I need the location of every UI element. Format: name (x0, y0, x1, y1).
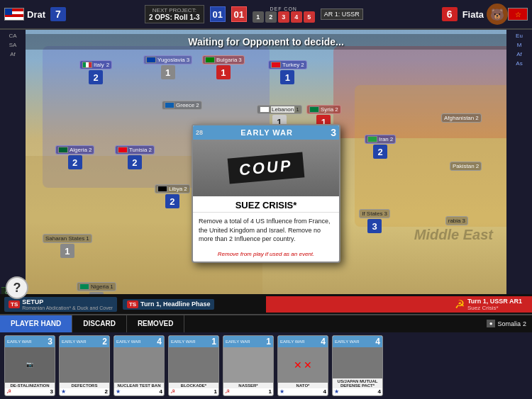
right-sidebar: Eu M Af As (506, 30, 532, 306)
event-label: Suez Crisis* (467, 305, 522, 311)
influence-saharan: 1 (60, 244, 74, 258)
influence-algeria: 2 (68, 155, 82, 169)
country-algeria[interactable]: Algeria 2 2 (55, 145, 94, 169)
country-afghanistan[interactable]: Afghanistan 2 (441, 113, 482, 123)
stability-syria: 2 (335, 106, 338, 113)
defcon-numbers: 1 2 3 4 5 (253, 11, 315, 23)
cards-area[interactable]: EARLY WAR 3 📷 DE-STALINIZATION ☭ 3 EARLY… (0, 332, 532, 399)
card-de-stalinization[interactable]: EARLY WAR 3 📷 DE-STALINIZATION ☭ 3 (4, 335, 55, 396)
sidebar-right-af[interactable]: Af (516, 51, 522, 57)
country-gulf-states[interactable]: If States 3 3 (359, 209, 390, 233)
stability-greece: 2 (196, 102, 199, 108)
card-popup[interactable]: 28 EARLY WAR 3 COUP SUEZ CRISIS* Remove … (192, 124, 340, 263)
card-mini-image-2 (60, 347, 109, 383)
card-mini-header-1: EARLY WAR 3 (5, 336, 55, 347)
card-mini-header-6: EARLY WAR 4 (278, 336, 328, 347)
sidebar-af-label: Af (10, 51, 16, 57)
tab-discard[interactable]: DISCARD (72, 315, 127, 332)
country-name-saharan: Saharan States (45, 235, 84, 242)
stability-saudi: 3 (462, 218, 465, 224)
tab-spacer (184, 315, 480, 332)
card-mini-image-6: ✕ ✕ (278, 347, 328, 383)
tab-removed[interactable]: REMOVED (127, 315, 185, 332)
status-bar: TS SETUP Romanian Abdication* & Duck and… (0, 294, 532, 314)
stability-bulgaria: 3 (238, 57, 241, 63)
country-libya[interactable]: Libya 2 2 (155, 184, 190, 208)
card-mini-ops-2: 2 (102, 337, 107, 347)
country-bulgaria[interactable]: Bulgaria 3 1 (202, 55, 245, 79)
sidebar-right-eu[interactable]: Eu (516, 33, 523, 39)
card-mini-era-1: EARLY WAR (7, 339, 32, 344)
card-mini-name-2: DEFECTORS (60, 383, 109, 388)
sidebar-right-m[interactable]: M (517, 42, 522, 48)
card-blockade[interactable]: EARLY WAR 1 BLOCKADE* ☭ 1 (168, 335, 219, 396)
stability-pakistan: 2 (476, 163, 479, 169)
stability-yugoslavia: 3 (187, 57, 189, 63)
influence-yugoslavia: 1 (161, 65, 175, 79)
country-turkey[interactable]: Turkey 2 1 (268, 60, 307, 84)
card-mini-era-4: EARLY WAR (171, 339, 196, 344)
card-mini-era-3: EARLY WAR (116, 339, 141, 344)
country-yugoslavia[interactable]: Yugoslavia 3 1 (143, 55, 192, 79)
country-greece[interactable]: Greece 2 (162, 101, 202, 110)
flag-yugoslavia (146, 57, 156, 63)
country-name-tunisia: Tunisia (129, 147, 148, 153)
turn-ussr: 01 (231, 6, 247, 22)
flag-syria (309, 106, 319, 113)
card-image: COUP (193, 140, 339, 196)
card-nasser[interactable]: EARLY WAR 1 NASSER* ☭ 1 (223, 335, 274, 396)
card-title: SUEZ CRISIS* (193, 196, 339, 213)
country-name-italy: Italy (94, 62, 104, 68)
card-mini-era-6: EARLY WAR (280, 339, 305, 344)
card-defectors[interactable]: EARLY WAR 2 DEFECTORS ★ 2 (59, 335, 110, 396)
flag-lebanon (260, 106, 270, 113)
country-name-afghanistan: Afghanistan (444, 115, 474, 121)
country-tunisia[interactable]: Tunisia 2 2 (115, 145, 155, 169)
tab-player-hand[interactable]: PLAYER HAND (0, 315, 72, 332)
country-iran[interactable]: Iran 2 2 (365, 135, 396, 159)
card-mini-ops-6: 4 (321, 337, 326, 347)
help-button[interactable]: ? (6, 276, 28, 299)
flag-algeria (58, 147, 68, 153)
card-mini-name-3: NUCLEAR TEST BAN (114, 383, 164, 388)
defcon-4: 4 (291, 11, 302, 23)
card-nuclear-test-ban[interactable]: EARLY WAR 4 NUCLEAR TEST BAN ★ 4 (113, 335, 165, 396)
stability-libya: 2 (184, 186, 187, 192)
country-saharan-states[interactable]: Saharan States 1 1 (43, 234, 92, 258)
card-mini-name-4: BLOCKADE* (169, 383, 218, 388)
hand-tabs: PLAYER HAND DISCARD REMOVED ● Somalia 2 (0, 315, 532, 332)
next-project-box: NEXT PROJECT: 2 OPS: Roll 1-3 (145, 5, 204, 23)
defcon-section: DEF CON 1 2 3 4 5 (253, 6, 315, 23)
left-sidebar: CA SA Af Game Log (0, 30, 26, 306)
card-mini-era-2: EARLY WAR (62, 339, 87, 344)
card-nato[interactable]: EARLY WAR 4 ✕ ✕ NATO* ★ 4 (277, 335, 328, 396)
card-mini-bottom-3: ★ 4 (114, 388, 164, 395)
sidebar-right-as[interactable]: As (516, 60, 522, 67)
player-right-score: 6 (442, 7, 458, 21)
country-saudi[interactable]: rabia 3 (445, 216, 468, 225)
card-us-japan[interactable]: EARLY WAR 4 US/JAPAN MUTUAL DEFENSE PACT… (332, 335, 383, 396)
defcon-3: 3 (278, 11, 289, 23)
player-right-section: 6 Fiata 🐻 (438, 2, 532, 26)
player-left-name: Drat (27, 9, 45, 20)
country-pakistan[interactable]: Pakistan 2 (450, 162, 482, 171)
card-mini-ops-5: 1 (266, 337, 271, 347)
ts-badge-right2: TS (127, 300, 138, 308)
country-name-turkey: Turkey (282, 62, 299, 68)
country-italy[interactable]: Italy 2 2 (79, 60, 112, 84)
stability-nigeria: 1 (110, 283, 113, 290)
flag-turkey (271, 62, 281, 68)
card-mini-era-5: EARLY WAR (226, 339, 250, 344)
card-mini-header-4: EARLY WAR 1 (169, 336, 218, 347)
card-mini-bottom-4: ☭ 1 (169, 388, 218, 395)
card-mini-ops-3: 4 (157, 337, 162, 347)
flag-us (4, 8, 24, 21)
card-mini-header-3: EARLY WAR 4 (114, 336, 164, 347)
card-era: EARLY WAR (240, 128, 293, 137)
turn-us: 01 (210, 6, 226, 22)
top-center: NEXT PROJECT: 2 OPS: Roll 1-3 01 01 DEF … (70, 5, 438, 23)
flag-italy (82, 62, 92, 68)
bear-icon: 🐻 (487, 4, 508, 25)
country-name-yugoslavia: Yugoslavia (157, 57, 185, 63)
card-mini-name-5: NASSER* (223, 383, 273, 388)
